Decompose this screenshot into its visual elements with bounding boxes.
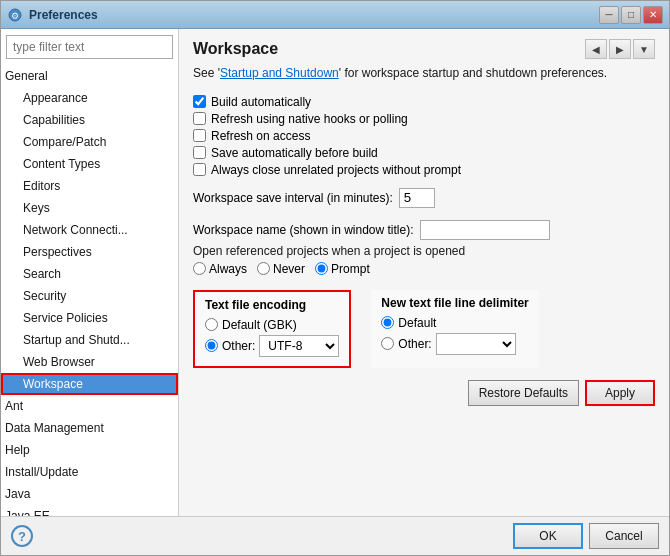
- save-interval-row: Workspace save interval (in minutes):: [193, 188, 655, 208]
- checkbox-save-before-build: Save automatically before build: [193, 146, 655, 160]
- refresh-native-label: Refresh using native hooks or polling: [211, 112, 408, 126]
- tree-item-startup-shutdown[interactable]: Startup and Shutd...: [1, 329, 178, 351]
- workspace-name-label: Workspace name (shown in window title):: [193, 223, 414, 237]
- save-before-build-checkbox[interactable]: [193, 146, 206, 159]
- window-icon: ⚙: [7, 7, 23, 23]
- ok-button[interactable]: OK: [513, 523, 583, 549]
- svg-text:⚙: ⚙: [11, 11, 19, 21]
- title-bar: ⚙ Preferences ─ □ ✕: [1, 1, 669, 29]
- encoding-other-radio[interactable]: [205, 339, 218, 352]
- tree-item-content-types[interactable]: Content Types: [1, 153, 178, 175]
- line-delimiter-box: New text file line delimiter Default Oth…: [371, 290, 538, 368]
- tree-item-workspace[interactable]: Workspace: [1, 373, 178, 395]
- tree-item-editors[interactable]: Editors: [1, 175, 178, 197]
- back-button[interactable]: ◀: [585, 39, 607, 59]
- window-controls: ─ □ ✕: [599, 6, 663, 24]
- tree-item-data-management[interactable]: Data Management: [1, 417, 178, 439]
- forward-button[interactable]: ▶: [609, 39, 631, 59]
- checkbox-refresh-access: Refresh on access: [193, 129, 655, 143]
- tree-item-web-browser[interactable]: Web Browser: [1, 351, 178, 373]
- save-before-build-label: Save automatically before build: [211, 146, 378, 160]
- delimiter-default-label: Default: [398, 316, 436, 330]
- preferences-window: ⚙ Preferences ─ □ ✕ GeneralAppearanceCap…: [0, 0, 670, 556]
- encoding-default-row: Default (GBK): [205, 318, 339, 332]
- checkbox-refresh-native: Refresh using native hooks or polling: [193, 112, 655, 126]
- delimiter-other-radio[interactable]: [381, 337, 394, 350]
- workspace-name-row: Workspace name (shown in window title):: [193, 220, 655, 240]
- refresh-access-label: Refresh on access: [211, 129, 310, 143]
- encoding-default-radio[interactable]: [205, 318, 218, 331]
- delimiter-default-radio[interactable]: [381, 316, 394, 329]
- window-title: Preferences: [29, 8, 599, 22]
- build-auto-checkbox[interactable]: [193, 95, 206, 108]
- close-button[interactable]: ✕: [643, 6, 663, 24]
- refresh-access-checkbox[interactable]: [193, 129, 206, 142]
- checkboxes-section: Build automatically Refresh using native…: [193, 92, 655, 180]
- workspace-name-input[interactable]: [420, 220, 550, 240]
- tree-item-service-policies[interactable]: Service Policies: [1, 307, 178, 329]
- encoding-select[interactable]: UTF-8 UTF-16 GBK ISO-8859-1: [259, 335, 339, 357]
- tree-item-install-update[interactable]: Install/Update: [1, 461, 178, 483]
- delimiter-other-label: Other:: [398, 337, 431, 351]
- radio-always[interactable]: [193, 262, 206, 275]
- encoding-other-label: Other:: [222, 339, 255, 353]
- tree-item-network-connections[interactable]: Network Connecti...: [1, 219, 178, 241]
- tree-item-search[interactable]: Search: [1, 263, 178, 285]
- checkbox-build-auto: Build automatically: [193, 95, 655, 109]
- apply-button[interactable]: Apply: [585, 380, 655, 406]
- startup-shutdown-link[interactable]: Startup and Shutdown: [220, 66, 339, 80]
- save-interval-label: Workspace save interval (in minutes):: [193, 191, 393, 205]
- description: See 'Startup and Shutdown' for workspace…: [193, 65, 655, 82]
- right-panel: Workspace ◀ ▶ ▼ See 'Startup and Shutdow…: [179, 29, 669, 516]
- tree-item-compare-patch[interactable]: Compare/Patch: [1, 131, 178, 153]
- delimiter-other-row: Other: Windows Unix Mac: [381, 333, 528, 355]
- tree-item-ant[interactable]: Ant: [1, 395, 178, 417]
- panel-title: Workspace: [193, 40, 278, 58]
- save-interval-input[interactable]: [399, 188, 435, 208]
- delimiter-default-row: Default: [381, 316, 528, 330]
- bottom-bar: ? OK Cancel: [1, 516, 669, 555]
- radio-never[interactable]: [257, 262, 270, 275]
- maximize-button[interactable]: □: [621, 6, 641, 24]
- text-file-encoding-box: Text file encoding Default (GBK) Other: …: [193, 290, 351, 368]
- radio-prompt-label: Prompt: [315, 262, 370, 276]
- tree-container: GeneralAppearanceCapabilitiesCompare/Pat…: [1, 65, 178, 516]
- close-unrelated-label: Always close unrelated projects without …: [211, 163, 461, 177]
- help-section: ?: [11, 525, 33, 547]
- filter-input[interactable]: [6, 35, 173, 59]
- open-projects-label: Open referenced projects when a project …: [193, 244, 655, 258]
- tree-item-general[interactable]: General: [1, 65, 178, 87]
- toolbar-menu-button[interactable]: ▼: [633, 39, 655, 59]
- checkbox-close-unrelated: Always close unrelated projects without …: [193, 163, 655, 177]
- encoding-section: Text file encoding Default (GBK) Other: …: [193, 290, 655, 368]
- radio-never-label: Never: [257, 262, 305, 276]
- line-delimiter-title: New text file line delimiter: [381, 296, 528, 310]
- minimize-button[interactable]: ─: [599, 6, 619, 24]
- encoding-other-row: Other: UTF-8 UTF-16 GBK ISO-8859-1: [205, 335, 339, 357]
- tree-item-java[interactable]: Java: [1, 483, 178, 505]
- help-icon[interactable]: ?: [11, 525, 33, 547]
- tree-item-security[interactable]: Security: [1, 285, 178, 307]
- close-unrelated-checkbox[interactable]: [193, 163, 206, 176]
- cancel-button[interactable]: Cancel: [589, 523, 659, 549]
- open-projects-radios: Always Never Prompt: [193, 262, 655, 276]
- encoding-default-label: Default (GBK): [222, 318, 297, 332]
- refresh-native-checkbox[interactable]: [193, 112, 206, 125]
- tree-item-java-ee[interactable]: Java EE: [1, 505, 178, 516]
- tree-item-help[interactable]: Help: [1, 439, 178, 461]
- encoding-box-title: Text file encoding: [205, 298, 339, 312]
- tree-item-keys[interactable]: Keys: [1, 197, 178, 219]
- tree-item-appearance[interactable]: Appearance: [1, 87, 178, 109]
- delimiter-select[interactable]: Windows Unix Mac: [436, 333, 516, 355]
- tree-item-capabilities[interactable]: Capabilities: [1, 109, 178, 131]
- panel-toolbar: ◀ ▶ ▼: [585, 39, 655, 59]
- restore-apply-row: Restore Defaults Apply: [193, 380, 655, 406]
- tree-item-perspectives[interactable]: Perspectives: [1, 241, 178, 263]
- main-content: GeneralAppearanceCapabilitiesCompare/Pat…: [1, 29, 669, 516]
- build-auto-label: Build automatically: [211, 95, 311, 109]
- restore-defaults-button[interactable]: Restore Defaults: [468, 380, 579, 406]
- radio-always-label: Always: [193, 262, 247, 276]
- radio-prompt[interactable]: [315, 262, 328, 275]
- left-panel: GeneralAppearanceCapabilitiesCompare/Pat…: [1, 29, 179, 516]
- ok-cancel-section: OK Cancel: [513, 523, 659, 549]
